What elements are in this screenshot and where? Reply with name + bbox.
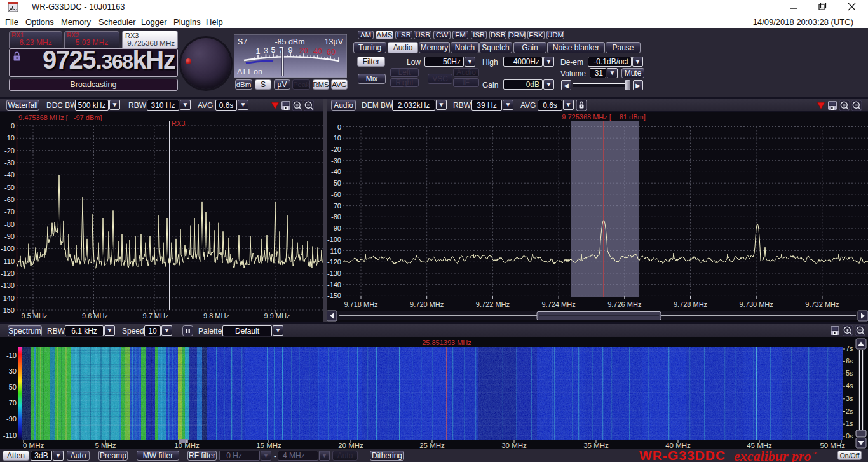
svg-text:5 MHz: 5 MHz <box>95 442 116 449</box>
svg-text:-140: -140 <box>1 294 15 302</box>
svg-text:-10: -10 <box>331 134 341 142</box>
svg-text:-90: -90 <box>331 224 341 232</box>
svg-text:-60: -60 <box>331 191 341 198</box>
svg-text:9.8 MHz: 9.8 MHz <box>203 312 229 320</box>
svg-text:25 MHz: 25 MHz <box>419 442 445 449</box>
svg-text:-40: -40 <box>4 171 15 179</box>
svg-text:-90: -90 <box>6 415 17 423</box>
svg-text:5: 5 <box>271 46 276 55</box>
svg-text:S7: S7 <box>238 37 247 46</box>
svg-text:-80: -80 <box>4 221 15 228</box>
svg-text:-150: -150 <box>327 292 341 299</box>
svg-text:3: 3 <box>264 46 268 55</box>
svg-text:13µV: 13µV <box>325 37 344 46</box>
svg-text:-50: -50 <box>331 179 341 187</box>
svg-text:60: 60 <box>327 48 336 57</box>
svg-text:2s: 2s <box>846 407 853 415</box>
svg-text:20 MHz: 20 MHz <box>338 442 363 449</box>
svg-text:9.6 MHz: 9.6 MHz <box>82 312 108 320</box>
svg-text:9.726 MHz: 9.726 MHz <box>607 301 641 308</box>
svg-text:ATT on: ATT on <box>237 67 262 76</box>
svg-text:-30: -30 <box>4 159 15 166</box>
svg-text:-100: -100 <box>1 245 15 252</box>
svg-text:1: 1 <box>256 47 261 56</box>
svg-text:-10: -10 <box>4 134 15 142</box>
svg-text:-85 dBm: -85 dBm <box>275 37 304 46</box>
svg-text:-30: -30 <box>331 157 341 165</box>
svg-text:-70: -70 <box>4 208 15 215</box>
svg-text:9.732 MHz: 9.732 MHz <box>805 301 839 308</box>
svg-text:-70: -70 <box>6 399 17 407</box>
svg-text:5s: 5s <box>846 369 853 377</box>
svg-text:9.728 MHz: 9.728 MHz <box>674 301 707 308</box>
svg-text:3s: 3s <box>846 395 853 402</box>
svg-text:9.718 MHz: 9.718 MHz <box>344 301 377 308</box>
svg-text:0 MHz: 0 MHz <box>23 442 44 449</box>
svg-text:7s: 7s <box>846 344 853 352</box>
svg-text:9.724 MHz: 9.724 MHz <box>541 301 575 308</box>
svg-text:-50: -50 <box>6 383 17 391</box>
svg-text:0s: 0s <box>846 432 853 440</box>
svg-text:-20: -20 <box>331 146 341 153</box>
svg-text:-120: -120 <box>327 258 341 266</box>
svg-text:9.7 MHz: 9.7 MHz <box>143 312 169 320</box>
svg-text:-60: -60 <box>4 196 15 203</box>
svg-text:-120: -120 <box>1 269 15 277</box>
svg-text:-100: -100 <box>327 236 341 243</box>
svg-text:-50: -50 <box>4 184 15 191</box>
svg-text:-20: -20 <box>4 147 15 154</box>
svg-text:9.9 MHz: 9.9 MHz <box>264 312 290 320</box>
svg-text:9.5 MHz: 9.5 MHz <box>22 312 48 320</box>
svg-text:-110: -110 <box>1 257 15 265</box>
svg-text:35 MHz: 35 MHz <box>583 442 609 449</box>
svg-text:25.851393 MHz: 25.851393 MHz <box>422 339 471 346</box>
svg-text:9.725368 MHz [ -81 dBm]: 9.725368 MHz [ -81 dBm] <box>562 113 645 121</box>
svg-text:50 MHz: 50 MHz <box>820 442 845 449</box>
svg-text:-130: -130 <box>327 269 341 277</box>
svg-text:4s: 4s <box>846 382 853 390</box>
svg-text:-10: -10 <box>6 351 17 359</box>
svg-text:-150: -150 <box>1 306 15 314</box>
svg-text:0: 0 <box>337 123 341 131</box>
svg-text:1s: 1s <box>846 419 853 427</box>
svg-text:30 MHz: 30 MHz <box>501 442 527 449</box>
svg-text:-30: -30 <box>6 367 17 375</box>
svg-text:0: 0 <box>11 122 15 130</box>
svg-text:-80: -80 <box>331 213 341 221</box>
svg-text:-110: -110 <box>3 431 17 439</box>
svg-text:-130: -130 <box>1 282 15 289</box>
svg-text:9.720 MHz: 9.720 MHz <box>410 301 444 308</box>
svg-text:15 MHz: 15 MHz <box>256 442 281 449</box>
svg-text:9.730 MHz: 9.730 MHz <box>740 301 773 308</box>
svg-text:9.722 MHz: 9.722 MHz <box>476 301 510 308</box>
svg-text:-90: -90 <box>4 233 15 240</box>
svg-text:-40: -40 <box>331 168 341 175</box>
svg-text:10 MHz: 10 MHz <box>174 442 200 449</box>
svg-text:6s: 6s <box>846 357 853 365</box>
svg-text:-70: -70 <box>331 202 341 210</box>
svg-text:RX3: RX3 <box>172 119 185 127</box>
svg-text:-140: -140 <box>327 281 341 289</box>
svg-text:9.475368 MHz [ -97 dBm]: 9.475368 MHz [ -97 dBm] <box>18 114 102 121</box>
svg-text:-110: -110 <box>328 247 341 255</box>
